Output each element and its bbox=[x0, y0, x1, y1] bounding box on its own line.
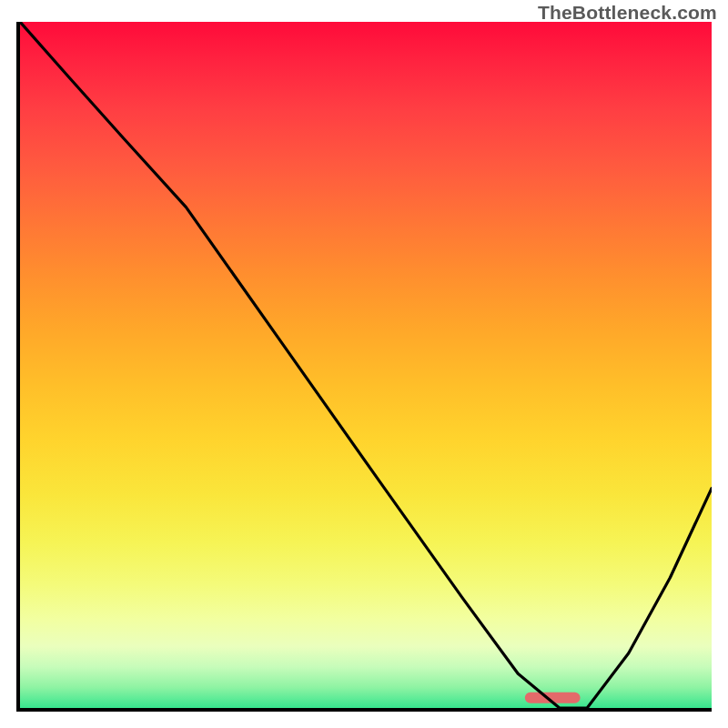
watermark-text: TheBottleneck.com bbox=[538, 2, 717, 24]
chart-overlay bbox=[20, 22, 712, 708]
bottleneck-chart bbox=[16, 22, 712, 712]
bottleneck-curve bbox=[20, 22, 712, 708]
